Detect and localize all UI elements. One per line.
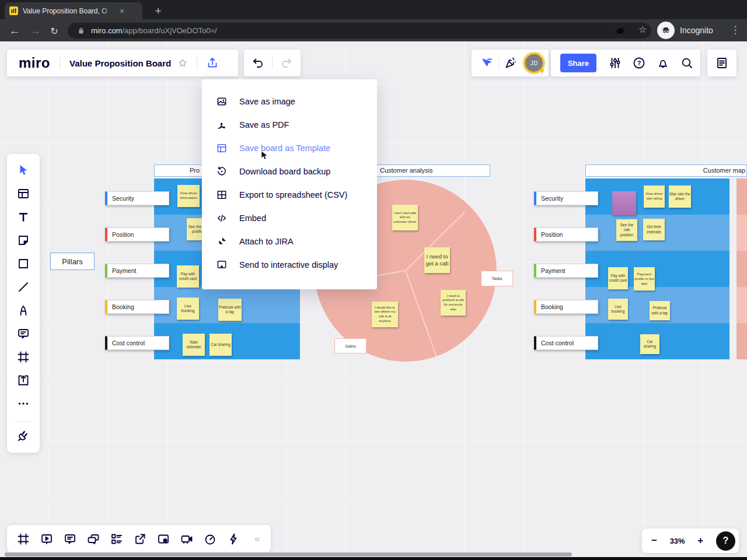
board-title[interactable]: Value Proposition Board: [69, 58, 171, 68]
tool-upload-icon[interactable]: [16, 373, 30, 387]
tool-more-icon[interactable]: [16, 397, 30, 411]
sticky-product-3[interactable]: Live booking: [177, 298, 199, 320]
sticky-map-8[interactable]: Prebook with a tap: [650, 301, 670, 320]
new-tab-button[interactable]: +: [151, 4, 166, 19]
help-icon[interactable]: ?: [632, 56, 646, 70]
tool-sticky-note-icon[interactable]: [16, 233, 30, 247]
browser-menu-icon[interactable]: ⋮: [728, 23, 742, 37]
browser-tab[interactable]: Value Proposition Board, O ×: [5, 2, 142, 19]
tool-text-icon[interactable]: [16, 210, 30, 224]
sticky-map-6[interactable]: Payment profile in the app: [634, 267, 655, 290]
bottom-tool-cards-icon[interactable]: [110, 532, 124, 546]
bottom-tool-screen-capture-icon[interactable]: [156, 532, 170, 546]
customer-map-frame-row-2[interactable]: [585, 251, 729, 287]
row-label-right-booking[interactable]: Booking: [534, 300, 598, 314]
sticky-analysis-3[interactable]: I would like to see where my cab is at a…: [372, 302, 398, 327]
sticky-map-4[interactable]: Get time estimate: [643, 219, 665, 240]
row-label-right-payment[interactable]: Payment: [534, 264, 598, 278]
sticky-map-7[interactable]: Live booking: [608, 299, 628, 320]
help-fab-button[interactable]: ?: [716, 531, 735, 551]
bottom-tool-chat-icon[interactable]: [86, 532, 100, 546]
sticky-map-0[interactable]: [612, 191, 636, 215]
row-label-right-cost-control[interactable]: Cost control: [534, 336, 598, 350]
sticky-analysis-2[interactable]: I need to prebook a cab for someone else: [441, 290, 466, 316]
search-icon[interactable]: [680, 56, 694, 70]
frame-title-customer-analysis[interactable]: Customer analysis: [376, 164, 490, 177]
screen: Value Proposition Board, O × + ← → ↻ mir…: [0, 0, 747, 560]
reload-button[interactable]: ↻: [47, 23, 62, 38]
sticky-map-3[interactable]: See the cab position: [616, 219, 637, 241]
undo-button[interactable]: [251, 56, 265, 70]
menu-item-save-as-image[interactable]: Save as image: [202, 90, 377, 113]
cursor-tracking-icon[interactable]: [480, 56, 494, 70]
notes-panel-icon[interactable]: [715, 56, 729, 70]
sticky-map-9[interactable]: Car sharing: [640, 334, 659, 354]
tool-shape-icon[interactable]: [16, 257, 30, 271]
zoom-level[interactable]: 33%: [670, 537, 685, 545]
row-label-left-position[interactable]: Position: [105, 228, 169, 242]
row-label-left-security[interactable]: Security: [105, 191, 169, 205]
notifications-bell-icon[interactable]: [656, 56, 670, 70]
bottom-tool-comments-icon[interactable]: [63, 532, 77, 546]
favorite-star-icon[interactable]: [177, 57, 189, 69]
settings-sliders-icon[interactable]: [608, 56, 622, 70]
bottom-tool-frames-icon[interactable]: [16, 532, 30, 546]
menu-item-send-to-interactive-display[interactable]: Send to interactive display: [202, 253, 377, 276]
bookmark-star-icon[interactable]: ☆: [638, 24, 647, 35]
bottom-tool-share-board-icon[interactable]: [133, 532, 147, 546]
tool-line-icon[interactable]: [16, 280, 30, 294]
sticky-analysis-1[interactable]: I need to get a cab: [424, 247, 450, 273]
forward-button: →: [28, 23, 43, 38]
collapse-toolbar-button[interactable]: «: [254, 533, 260, 545]
bottom-tool-reactions-icon[interactable]: [226, 532, 240, 546]
row-label-right-security[interactable]: Security: [534, 191, 598, 205]
menu-item-embed[interactable]: Embed: [202, 206, 377, 230]
tasks-label[interactable]: Tasks: [481, 271, 513, 286]
sticky-product-4[interactable]: Prebook with a tap: [218, 299, 242, 321]
bottom-tool-presentation-icon[interactable]: [40, 532, 54, 546]
export-board-icon[interactable]: [205, 56, 219, 70]
tool-comment-icon[interactable]: [16, 327, 30, 341]
menu-item-save-as-pdf[interactable]: Save as PDF: [202, 113, 377, 136]
share-button[interactable]: Share: [560, 54, 596, 72]
url-path: /app/board/uXjVOeDOTo0=/: [122, 26, 217, 35]
row-label-left-cost-control[interactable]: Cost control: [105, 336, 169, 350]
tool-frame-icon[interactable]: [16, 350, 30, 364]
zoom-in-button[interactable]: +: [697, 535, 703, 547]
tool-templates-icon[interactable]: [16, 187, 30, 201]
bottom-tool-video-icon[interactable]: [180, 532, 194, 546]
menu-item-attach-to-jira[interactable]: Attach to JIRA: [202, 230, 377, 253]
menu-item-save-board-as-template[interactable]: Save board as Template: [202, 136, 377, 160]
sticky-map-2[interactable]: Star rate the driver: [669, 186, 691, 208]
bottom-tool-timer-icon[interactable]: [203, 532, 217, 546]
row-label-left-payment[interactable]: Payment: [105, 264, 169, 278]
menu-item-label: Send to interactive display: [239, 260, 338, 270]
tool-apps-plugins-icon[interactable]: [16, 429, 30, 443]
sticky-product-2[interactable]: Pay with credit card: [177, 265, 199, 288]
eye-off-icon[interactable]: [615, 26, 626, 36]
sticky-product-5[interactable]: Rate estimate: [183, 334, 205, 356]
pillars-shape[interactable]: Pillars: [50, 253, 95, 270]
tab-close-icon[interactable]: ×: [120, 6, 124, 16]
sticky-map-5[interactable]: Pay with credit card: [608, 267, 628, 289]
horizontal-scrollbar[interactable]: [5, 552, 572, 556]
gains-label[interactable]: Gains: [334, 338, 366, 354]
row-label-right-position[interactable]: Position: [534, 228, 598, 242]
sticky-map-1[interactable]: View driver star rating: [644, 186, 665, 208]
collab-card: JD: [472, 50, 549, 76]
tool-pen-icon[interactable]: [16, 303, 30, 317]
sticky-product-6[interactable]: Car sharing: [210, 334, 232, 356]
celebrate-icon[interactable]: [504, 56, 518, 70]
back-button[interactable]: ←: [7, 23, 22, 38]
sticky-product-0[interactable]: View driver information: [177, 185, 200, 207]
sticky-analysis-0[interactable]: I don't feel safe with an unknown driver: [392, 205, 418, 230]
url-bar[interactable]: miro.com /app/board/uXjVOeDOTo0=/: [68, 23, 651, 38]
avatar[interactable]: JD: [523, 52, 544, 74]
zoom-out-button[interactable]: −: [651, 535, 657, 547]
frame-title-customer-map[interactable]: Customer map: [585, 164, 747, 177]
row-label-left-booking[interactable]: Booking: [105, 300, 169, 314]
menu-item-export-to-spreadsheet-csv[interactable]: Export to spreadsheet (CSV): [202, 183, 377, 206]
menu-item-download-board-backup[interactable]: Download board backup: [202, 160, 377, 183]
miro-logo[interactable]: miro: [19, 55, 50, 71]
tool-select-icon[interactable]: [16, 163, 30, 177]
